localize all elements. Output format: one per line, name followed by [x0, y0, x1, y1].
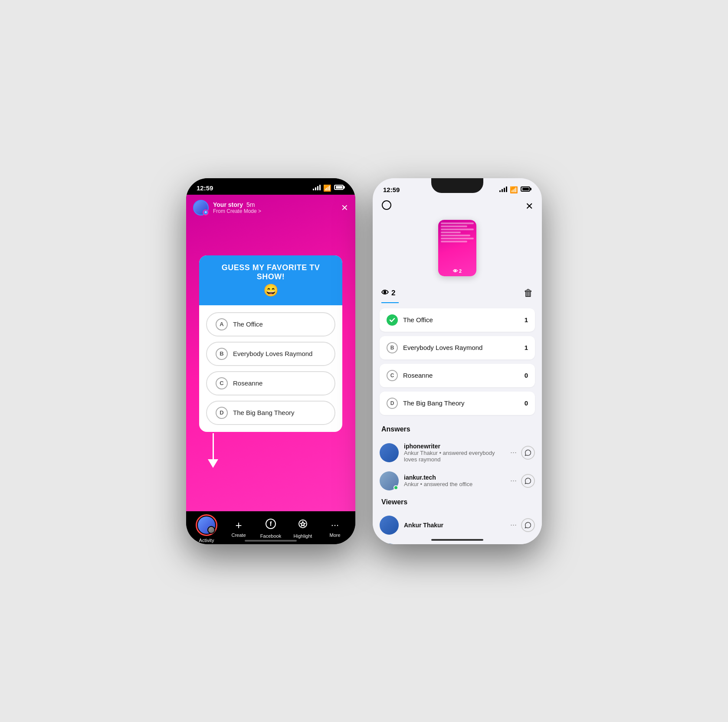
answer-info-2: iankur.tech Ankur • answered the office — [404, 474, 505, 487]
story-meta: Your story 5m From Create Mode > — [213, 201, 337, 214]
story-avatar[interactable]: ✦ — [193, 200, 209, 216]
eye-icon-thumb: 👁 — [453, 268, 458, 274]
quiz-emoji: 😄 — [208, 283, 334, 297]
quiz-option-d[interactable]: D The Big Bang Theory — [206, 401, 335, 425]
poll-row-b: B Everybody Loves Raymond 1 — [380, 336, 535, 359]
wifi-icon-right: 📶 — [510, 186, 518, 194]
more-options-1[interactable]: ··· — [510, 448, 517, 457]
views-underline — [381, 302, 399, 303]
option-letter-a: A — [216, 318, 228, 330]
delete-button[interactable]: 🗑 — [524, 287, 533, 299]
views-row: 👁 2 🗑 — [373, 283, 542, 302]
svg-point-3 — [382, 201, 391, 209]
answer-actions-1: ··· — [510, 446, 535, 460]
facebook-icon: f — [266, 519, 276, 532]
poll-text-c: Roseanne — [403, 372, 519, 379]
poll-row-c: C Roseanne 0 — [380, 364, 535, 387]
viewer-more-1[interactable]: ··· — [510, 520, 517, 529]
poll-text-d: The Big Bang Theory — [403, 399, 519, 407]
status-icons-right: 📶 — [499, 186, 531, 194]
answer-info-1: iphonewriter Ankur Thakur • answered eve… — [404, 443, 505, 463]
thumb-views: 👁 2 — [453, 268, 462, 274]
online-indicator-2 — [394, 485, 398, 490]
right-phone: 12:59 📶 ✕ — [373, 178, 542, 544]
eye-icon: 👁 — [381, 289, 389, 297]
answer-row-1: iphonewriter Ankur Thakur • answered eve… — [373, 438, 542, 467]
answer-avatar-2 — [380, 471, 399, 490]
answer-username-2: iankur.tech — [404, 474, 505, 481]
viewer-actions-1: ··· — [510, 518, 535, 532]
poll-letter-d: D — [387, 398, 398, 409]
nav-create-label: Create — [231, 533, 246, 538]
option-text-b: Everybody Loves Raymond — [233, 350, 312, 357]
right-top-bar: ✕ — [373, 196, 542, 220]
nav-activity[interactable]: Activity — [193, 514, 220, 543]
arrow-line — [213, 433, 214, 459]
circle-button[interactable] — [381, 200, 392, 213]
story-subtitle[interactable]: From Create Mode > — [213, 208, 337, 214]
nav-highlight-label: Highlight — [294, 533, 312, 539]
viewer-row-1: Ankur Thakur ··· — [373, 511, 542, 539]
story-thumb-inner — [438, 220, 476, 276]
poll-count-c: 0 — [525, 372, 528, 379]
answer-avatar-1 — [380, 443, 399, 462]
thumb-line-2 — [441, 225, 467, 227]
nav-highlight[interactable]: Highlight — [290, 519, 316, 539]
status-icons-left: 📶 — [313, 184, 345, 192]
highlight-icon — [298, 519, 308, 532]
option-text-c: Roseanne — [233, 379, 262, 387]
thumb-line-3 — [441, 229, 474, 230]
activity-avatar-ring — [196, 514, 217, 536]
answer-row-2: iankur.tech Ankur • answered the office … — [373, 467, 542, 495]
nav-more[interactable]: ··· More — [322, 519, 348, 538]
story-header: ✦ Your story 5m From Create Mode > ✕ — [186, 195, 355, 221]
time-right: 12:59 — [383, 186, 400, 193]
message-button-2[interactable] — [521, 474, 535, 488]
more-options-2[interactable]: ··· — [510, 476, 517, 485]
thumb-line-1 — [441, 222, 474, 224]
answer-subtext-1: Ankur Thakur • answered everybody loves … — [404, 450, 505, 463]
battery-icon-right — [521, 186, 531, 193]
arrow-head — [208, 459, 218, 468]
viewer-name-1: Ankur Thakur — [404, 522, 505, 529]
home-indicator-left — [245, 540, 297, 542]
signal-icon-right — [499, 186, 507, 193]
nav-activity-label: Activity — [199, 538, 214, 543]
close-button-left[interactable]: ✕ — [341, 203, 348, 213]
poll-letter-c: C — [387, 370, 398, 381]
quiz-option-b[interactable]: B Everybody Loves Raymond — [206, 342, 335, 366]
answers-header: Answers — [373, 422, 542, 438]
message-button-1[interactable] — [521, 446, 535, 460]
arrow-overlay — [208, 433, 218, 468]
option-letter-d: D — [216, 407, 228, 419]
quiz-option-a[interactable]: A The Office — [206, 312, 335, 336]
notch — [431, 178, 483, 193]
quiz-title: GUESS MY FAVORITE TV SHOW! — [208, 263, 334, 281]
answer-actions-2: ··· — [510, 474, 535, 488]
poll-count-d: 0 — [525, 399, 528, 407]
poll-letter-b: B — [387, 342, 398, 353]
poll-text-a: The Office — [403, 316, 519, 323]
nav-create[interactable]: + Create — [226, 519, 252, 538]
poll-count-a: 1 — [525, 316, 528, 323]
nav-more-label: More — [329, 533, 340, 538]
poll-results: The Office 1 B Everybody Loves Raymond 1… — [373, 308, 542, 415]
answer-subtext-2: Ankur • answered the office — [404, 481, 505, 487]
thumb-line-5 — [441, 235, 470, 236]
poll-row-a: The Office 1 — [380, 308, 535, 332]
story-thumbnail[interactable]: 👁 2 — [438, 220, 476, 276]
close-button-right[interactable]: ✕ — [525, 201, 533, 212]
activity-avatar-overlay — [207, 526, 215, 534]
nav-facebook[interactable]: f Facebook — [258, 519, 284, 539]
story-title: Your story 5m — [213, 201, 337, 208]
viewer-info-1: Ankur Thakur — [404, 522, 505, 529]
quiz-options: A The Office B Everybody Loves Raymond C… — [199, 305, 342, 432]
thumb-view-count: 2 — [459, 268, 462, 274]
nav-facebook-label: Facebook — [260, 533, 281, 539]
story-thumbnail-container: 👁 2 — [373, 220, 542, 276]
option-letter-c: C — [216, 377, 228, 389]
viewer-msg-1[interactable] — [521, 518, 535, 532]
viewer-avatar-1 — [380, 516, 399, 535]
more-icon: ··· — [331, 519, 339, 531]
quiz-option-c[interactable]: C Roseanne — [206, 371, 335, 395]
